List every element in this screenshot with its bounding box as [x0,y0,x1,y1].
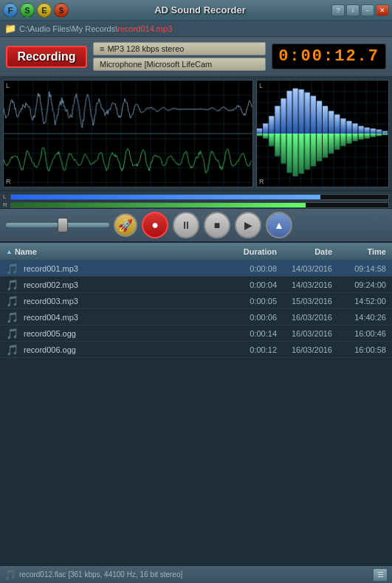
waveform-canvas-right [257,80,388,187]
file-name: record004.mp3 [24,313,231,322]
table-row[interactable]: 🎵 record004.mp3 0:00:06 16/03/2016 14:40… [0,309,392,325]
filepath-bar: 📁 C:\Audio Files\My Records\record014.mp… [0,21,392,37]
stop-icon: ■ [214,219,220,231]
volume-slider-container [6,223,109,227]
table-row[interactable]: 🎵 record003.mp3 0:00:05 15/03/2016 14:52… [0,293,392,309]
minimize-button[interactable]: – [361,4,374,16]
folder-icon: 📁 [4,23,16,34]
right-channel-label-l: L [259,82,263,89]
file-time: 16:00:46 [338,329,386,338]
left-channel-label-l: L [6,82,10,89]
icon-f[interactable]: F [3,3,18,18]
file-date: 14/03/2016 [283,264,338,273]
file-time: 14:40:26 [338,313,386,322]
table-row[interactable]: 🎵 record002.mp3 0:00:04 14/03/2016 09:24… [0,277,392,293]
file-name: record001.mp3 [24,264,231,273]
recording-row: Recording ≡MP3 128 kbps stereo Microphon… [0,37,392,77]
recording-status-badge: Recording [6,46,87,68]
filepath-path: C:\Audio Files\My Records\record014.mp3 [19,24,172,33]
col-header-name[interactable]: ▲ Name [6,247,231,256]
table-row[interactable]: 🎵 record001.mp3 0:00:08 14/03/2016 09:14… [0,261,392,277]
file-list-body: 🎵 record001.mp3 0:00:08 14/03/2016 09:14… [0,261,392,412]
app-icons: F S E $ [3,3,69,18]
waveform-canvas-left [4,80,252,187]
pause-icon: ⏸ [181,219,191,231]
empty-area [0,412,392,565]
file-name: record005.ogg [24,329,231,338]
file-date: 16/03/2016 [283,345,338,354]
mp3-icon: 🎵 [6,263,18,275]
file-list-section: ▲ Name Duration Date Time 🎵 record001.mp… [0,243,392,412]
app-title: AD Sound Recorder [69,4,331,15]
col-header-duration[interactable]: Duration [231,247,283,256]
col-header-date[interactable]: Date [283,247,338,256]
file-name: record006.ogg [24,345,231,354]
help-button[interactable]: ? [331,4,345,16]
level-bar-fill-left [11,195,320,199]
level-bar-left: L [3,193,389,200]
file-date: 16/03/2016 [283,329,338,338]
record-button[interactable]: ● [142,212,168,238]
rocket-button[interactable]: 🚀 [114,213,137,237]
title-bar: F S E $ AD Sound Recorder ? i – ✕ [0,0,392,21]
file-duration: 0:00:06 [231,313,283,322]
file-name: record003.mp3 [24,297,231,306]
sort-arrow-icon: ▲ [6,248,13,255]
nav-icon: ▲ [274,219,284,231]
file-date: 14/03/2016 [283,280,338,289]
file-duration: 0:00:08 [231,264,283,273]
status-bar: 🎵 record012.flac [361 kbps, 44100 Hz, 16… [0,565,392,583]
icon-e[interactable]: E [37,3,52,18]
right-channel-label-r: R [259,178,264,185]
recording-info: ≡MP3 128 kbps stereo Microphone [Microso… [93,42,266,71]
volume-slider-thumb[interactable] [58,218,68,232]
input-info: Microphone [Microsoft LifeCam [93,58,266,71]
format-info: ≡MP3 128 kbps stereo [93,42,266,55]
file-duration: 0:00:14 [231,329,283,338]
file-duration: 0:00:05 [231,297,283,306]
waveform-left: L R [3,80,253,187]
close-button[interactable]: ✕ [376,4,389,16]
table-row[interactable]: 🎵 record005.ogg 0:00:14 16/03/2016 16:00… [0,325,392,342]
nav-button[interactable]: ▲ [266,212,292,238]
ogg-icon: 🎵 [6,344,18,356]
file-date: 15/03/2016 [283,297,338,306]
file-time: 14:52:00 [338,297,386,306]
left-channel-label-r: R [6,178,11,185]
icon-s[interactable]: S [20,3,35,18]
level-bars: L R [0,191,392,209]
level-bar-right: R [3,201,389,208]
file-time: 09:24:00 [338,280,386,289]
level-bar-fill-right [11,203,306,207]
file-duration: 0:00:04 [231,280,283,289]
icon-dollar[interactable]: $ [54,3,69,18]
ogg-icon: 🎵 [6,328,18,339]
status-text: record012.flac [361 kbps, 44100 Hz, 16 b… [19,570,370,579]
level-bar-bg-left [10,194,389,200]
pause-button[interactable]: ⏸ [173,212,199,238]
play-button[interactable]: ▶ [235,212,261,238]
file-duration: 0:00:12 [231,345,283,354]
file-name: record002.mp3 [24,280,231,289]
timer-display: 0:00:12.7 [272,44,386,69]
status-menu-button[interactable]: ☰ [373,568,388,582]
info-button[interactable]: i [346,4,360,16]
level-bar-bg-right [10,202,389,208]
stop-button[interactable]: ■ [204,212,230,238]
mp3-icon: 🎵 [6,279,18,291]
table-row[interactable]: 🎵 record006.ogg 0:00:12 16/03/2016 16:00… [0,342,392,358]
play-icon: ▶ [244,219,252,231]
status-file-icon: 🎵 [4,569,16,580]
window-buttons: ? i – ✕ [331,4,389,16]
record-icon: ● [151,218,159,232]
mp3-icon: 🎵 [6,295,18,307]
volume-slider-track[interactable] [6,223,109,227]
mp3-icon: 🎵 [6,311,18,323]
waveform-right: L R [256,80,389,187]
file-time: 16:00:58 [338,345,386,354]
col-header-time[interactable]: Time [338,247,386,256]
waveform-section: L R L R [0,77,392,191]
file-time: 09:14:58 [338,264,386,273]
file-date: 16/03/2016 [283,313,338,322]
controls-row: 🚀 ● ⏸ ■ ▶ ▲ [0,209,392,243]
